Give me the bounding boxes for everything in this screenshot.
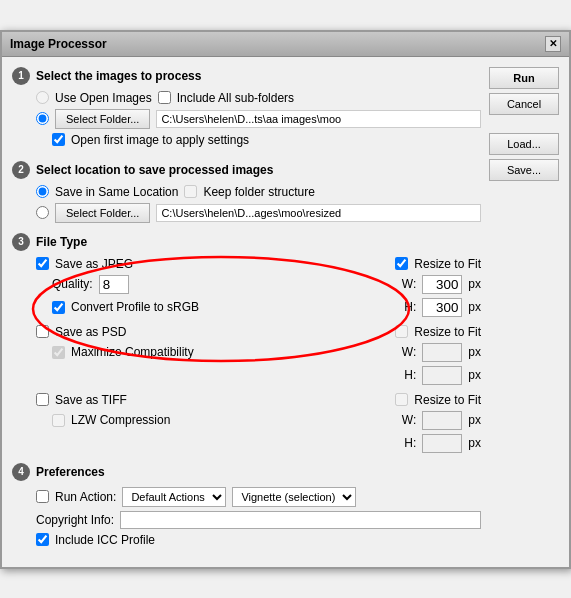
tiff-w-label: W:: [402, 413, 416, 427]
include-icc-checkbox[interactable]: [36, 533, 49, 546]
psd-group: Save as PSD Resize to Fit Maximize Compa…: [36, 325, 481, 385]
window-title: Image Processor: [10, 37, 107, 51]
save-psd-checkbox[interactable]: [36, 325, 49, 338]
use-open-images-radio[interactable]: [36, 91, 49, 104]
quality-input[interactable]: [99, 275, 129, 294]
convert-profile-label: Convert Profile to sRGB: [71, 300, 199, 314]
tiff-h-label: H:: [404, 436, 416, 450]
maximize-compat-checkbox[interactable]: [52, 346, 65, 359]
tiff-resize-label: Resize to Fit: [414, 393, 481, 407]
open-first-label: Open first image to apply settings: [71, 133, 249, 147]
section-3-number: 3: [12, 233, 30, 251]
close-button[interactable]: ✕: [545, 36, 561, 52]
jpeg-h-unit: px: [468, 300, 481, 314]
save-path-display: C:\Users\helen\D...ages\moo\resized: [156, 204, 481, 222]
select-folder-button[interactable]: Select Folder...: [55, 109, 150, 129]
include-icc-row: Include ICC Profile: [36, 533, 481, 547]
section-1-number: 1: [12, 67, 30, 85]
include-icc-label: Include ICC Profile: [55, 533, 155, 547]
run-button[interactable]: Run: [489, 67, 559, 89]
section-3: 3 File Type Save as JPEG: [12, 233, 481, 453]
save-same-row: Save in Same Location Keep folder struct…: [36, 185, 481, 199]
save-same-label: Save in Same Location: [55, 185, 178, 199]
psd-h-input[interactable]: [422, 366, 462, 385]
save-tiff-label: Save as TIFF: [55, 393, 127, 407]
save-folder-button[interactable]: Select Folder...: [55, 203, 150, 223]
section-1-header: 1 Select the images to process: [12, 67, 481, 85]
jpeg-resize-checkbox[interactable]: [395, 257, 408, 270]
include-subfolders-checkbox[interactable]: [158, 91, 171, 104]
section-1-title: Select the images to process: [36, 69, 201, 83]
select-folder-radio[interactable]: [36, 112, 49, 125]
select-folder-row: Select Folder... C:\Users\helen\D...ts\a…: [36, 109, 481, 129]
tiff-h-input[interactable]: [422, 434, 462, 453]
copyright-row: Copyright Info:: [36, 511, 481, 529]
main-panel: 1 Select the images to process Use Open …: [12, 67, 481, 557]
jpeg-w-label: W:: [402, 277, 416, 291]
psd-w-label: W:: [402, 345, 416, 359]
convert-profile-checkbox[interactable]: [52, 301, 65, 314]
tiff-group: Save as TIFF Resize to Fit LZW Compressi…: [36, 393, 481, 453]
tiff-w-input[interactable]: [422, 411, 462, 430]
jpeg-h-label: H:: [404, 300, 416, 314]
psd-resize-checkbox[interactable]: [395, 325, 408, 338]
image-processor-window: Image Processor ✕ 1 Select the images to…: [0, 30, 571, 569]
use-open-images-label: Use Open Images: [55, 91, 152, 105]
section-1-body: Use Open Images Include All sub-folders …: [12, 91, 481, 151]
tiff-h-unit: px: [468, 436, 481, 450]
title-bar: Image Processor ✕: [2, 32, 569, 57]
section-2-number: 2: [12, 161, 30, 179]
jpeg-w-input[interactable]: [422, 275, 462, 294]
run-action-checkbox[interactable]: [36, 490, 49, 503]
side-buttons: Run Cancel Load... Save...: [489, 67, 559, 557]
save-button[interactable]: Save...: [489, 159, 559, 181]
save-psd-label: Save as PSD: [55, 325, 126, 339]
psd-resize-label: Resize to Fit: [414, 325, 481, 339]
tiff-resize-checkbox[interactable]: [395, 393, 408, 406]
save-tiff-row: Save as TIFF Resize to Fit: [36, 393, 481, 407]
psd-h-unit: px: [468, 368, 481, 382]
content-area: 1 Select the images to process Use Open …: [2, 57, 569, 567]
psd-w-unit: px: [468, 345, 481, 359]
save-jpeg-row: Save as JPEG Resize to Fit: [36, 257, 481, 271]
section-4-header: 4 Preferences: [12, 463, 481, 481]
psd-w-input[interactable]: [422, 343, 462, 362]
save-jpeg-checkbox[interactable]: [36, 257, 49, 270]
jpeg-group: Save as JPEG Resize to Fit Quality: W: p…: [36, 257, 481, 317]
copyright-input[interactable]: [120, 511, 481, 529]
open-first-row: Open first image to apply settings: [52, 133, 481, 147]
vignette-dropdown[interactable]: Vignette (selection): [232, 487, 356, 507]
save-same-radio[interactable]: [36, 185, 49, 198]
actions-dropdown[interactable]: Default Actions: [122, 487, 226, 507]
save-tiff-checkbox[interactable]: [36, 393, 49, 406]
run-action-row: Run Action: Default Actions Vignette (se…: [36, 487, 481, 507]
keep-folder-label: Keep folder structure: [203, 185, 314, 199]
cancel-button[interactable]: Cancel: [489, 93, 559, 115]
load-button[interactable]: Load...: [489, 133, 559, 155]
section-3-header: 3 File Type: [12, 233, 481, 251]
save-folder-radio[interactable]: [36, 206, 49, 219]
run-action-label: Run Action:: [55, 490, 116, 504]
section-3-title: File Type: [36, 235, 87, 249]
psd-maximize-row: Maximize Compatibility W: px: [52, 343, 481, 362]
psd-h-label: H:: [404, 368, 416, 382]
section-4: 4 Preferences Run Action: Default Action…: [12, 463, 481, 547]
use-open-images-row: Use Open Images Include All sub-folders: [36, 91, 481, 105]
jpeg-resize-label: Resize to Fit: [414, 257, 481, 271]
copyright-label: Copyright Info:: [36, 513, 114, 527]
tiff-lzw-row: LZW Compression W: px: [52, 411, 481, 430]
maximize-compat-label: Maximize Compatibility: [71, 345, 194, 359]
psd-h-row: H: px: [52, 366, 481, 385]
section-4-number: 4: [12, 463, 30, 481]
section-2-header: 2 Select location to save processed imag…: [12, 161, 481, 179]
jpeg-quality-row: Quality: W: px: [52, 275, 481, 294]
tiff-h-row: H: px: [52, 434, 481, 453]
keep-folder-checkbox[interactable]: [184, 185, 197, 198]
folder-path-display: C:\Users\helen\D...ts\aa images\moo: [156, 110, 481, 128]
jpeg-h-input[interactable]: [422, 298, 462, 317]
section-2: 2 Select location to save processed imag…: [12, 161, 481, 223]
section-1: 1 Select the images to process Use Open …: [12, 67, 481, 151]
lzw-checkbox[interactable]: [52, 414, 65, 427]
include-subfolders-label: Include All sub-folders: [177, 91, 294, 105]
open-first-checkbox[interactable]: [52, 133, 65, 146]
